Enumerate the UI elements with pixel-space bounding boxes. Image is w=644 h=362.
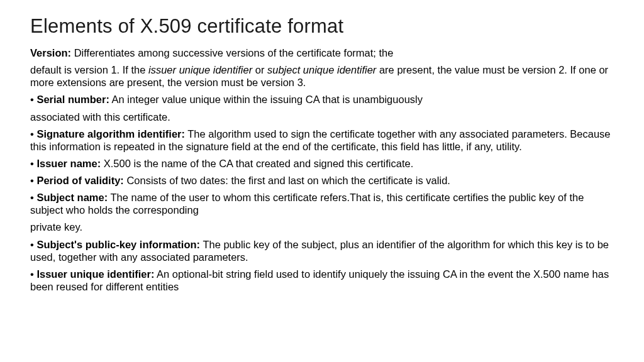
para-serial-line2: associated with this certificate. <box>30 111 614 123</box>
text-validity: Consists of two dates: the first and las… <box>124 175 450 186</box>
label-issuer-name: Issuer name: <box>36 158 101 169</box>
text-serial: An integer value unique within the issui… <box>109 94 423 105</box>
italic-subject-id: subject unique identifier <box>267 64 376 75</box>
text-issuer-name: X.500 is the name of the CA that created… <box>101 158 413 169</box>
para-pubkey: • Subject's public-key information: The … <box>30 238 614 263</box>
label-pubkey: Subject's public-key information: <box>36 239 200 250</box>
bullet: • <box>30 94 36 105</box>
para-subject-line1: • Subject name: The name of the user to … <box>30 191 614 216</box>
label-issuer-uid: Issuer unique identifier: <box>36 268 154 280</box>
para-version-line1: Version: Differentiates among successive… <box>30 47 614 59</box>
bullet: • <box>30 239 36 250</box>
label-validity: Period of validity: <box>36 175 123 186</box>
para-issuer-uid: • Issuer unique identifier: An optional-… <box>30 268 614 293</box>
para-serial-line1: • Serial number: An integer value unique… <box>30 93 614 106</box>
slide-title: Elements of X.509 certificate format <box>30 15 614 38</box>
label-serial: Serial number: <box>36 94 109 105</box>
para-validity: • Period of validity: Consists of two da… <box>30 174 614 187</box>
para-sig-alg: • Signature algorithm identifier: The al… <box>30 128 614 153</box>
bullet: • <box>30 128 36 140</box>
text-v2b: or <box>252 64 267 75</box>
label-subject: Subject name: <box>36 192 108 203</box>
text-version-1: Differentiates among successive versions… <box>71 47 393 58</box>
italic-issuer-id: issuer unique identifier <box>148 64 252 75</box>
text-subject: The name of the user to whom this certif… <box>30 192 584 216</box>
bullet: • <box>30 175 36 186</box>
para-version-line2: default is version 1. If the issuer uniq… <box>30 63 614 89</box>
para-subject-line2: private key. <box>30 221 614 233</box>
label-sig-alg: Signature algorithm identifier: <box>36 128 185 140</box>
para-issuer-name: • Issuer name: X.500 is the name of the … <box>30 157 614 170</box>
bullet: • <box>30 192 36 203</box>
bullet: • <box>30 268 36 280</box>
slide-body: Version: Differentiates among successive… <box>30 47 614 293</box>
text-v2a: default is version 1. If the <box>30 64 148 75</box>
label-version: Version: <box>30 47 71 58</box>
bullet: • <box>30 158 36 169</box>
